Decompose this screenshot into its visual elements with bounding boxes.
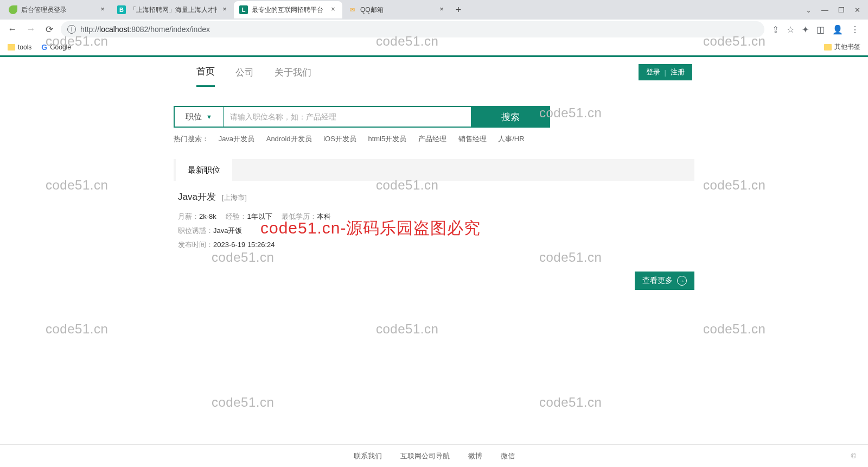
chevron-down-icon[interactable]: ⌄ (806, 6, 812, 14)
footer-wechat[interactable]: 微信 (501, 451, 515, 461)
bookmark-bar: tools GGoogle 其他书签 (0, 39, 868, 55)
browser-tab-3[interactable]: ✉ QQ邮箱 × (342, 1, 451, 18)
divider: | (665, 68, 666, 77)
folder-icon (8, 44, 15, 51)
hot-search-row: 热门搜索： Java开发员 Android开发员 iOS开发员 html5开发员… (174, 134, 694, 144)
close-icon[interactable]: × (99, 6, 106, 14)
minimize-icon[interactable]: — (821, 6, 828, 14)
hot-link[interactable]: 销售经理 (458, 135, 487, 143)
watermark: code51.cn (46, 321, 108, 337)
bookmark-other[interactable]: 其他书签 (824, 42, 860, 52)
auth-box: 登录 | 注册 (639, 64, 692, 80)
search-type-select[interactable]: 职位 ▼ (175, 107, 224, 127)
browser-tab-0[interactable]: 后台管理员登录 × (3, 1, 112, 18)
temptation-value: Java开饭 (213, 226, 242, 235)
tab-title: 后台管理员登录 (21, 5, 95, 15)
toolbar-icons: ⇪ ☆ ✦ ◫ 👤 ⋮ (769, 24, 863, 35)
page-footer: 联系我们 互联网公司导航 微博 微信 © (0, 444, 868, 467)
job-temptation-row: 职位诱惑：Java开饭 (178, 226, 690, 236)
search-input[interactable] (224, 107, 471, 127)
bookmark-google[interactable]: GGoogle (41, 43, 71, 52)
hot-link[interactable]: 人事/HR (498, 135, 524, 143)
watermark: code51.cn (376, 321, 438, 337)
pubtime-value: 2023-6-19 15:26:24 (213, 241, 275, 249)
edu-value: 本科 (317, 212, 331, 220)
menu-icon[interactable]: ⋮ (851, 24, 859, 35)
browser-chrome: 后台管理员登录 × B 「上海招聘网」海量上海人才招聘 × L 最专业的互联网招… (0, 0, 868, 55)
hot-label: 热门搜索： (174, 135, 209, 143)
more-row: 查看更多 → (174, 272, 694, 290)
window-controls: ⌄ — ❐ ✕ (806, 6, 868, 14)
star-icon[interactable]: ☆ (787, 24, 794, 35)
hot-link[interactable]: 产品经理 (418, 135, 446, 143)
pubtime-label: 发布时间： (178, 241, 213, 249)
register-link[interactable]: 注册 (671, 67, 685, 77)
select-label: 职位 (186, 112, 202, 122)
hot-link[interactable]: html5开发员 (368, 135, 406, 143)
close-icon[interactable]: × (221, 6, 228, 14)
job-pubtime-row: 发布时间：2023-6-19 15:26:24 (178, 240, 690, 250)
watermark: code51.cn (539, 395, 602, 410)
profile-icon[interactable]: 👤 (832, 24, 843, 35)
google-icon: G (41, 43, 47, 52)
nav-company[interactable]: 公司 (235, 59, 254, 86)
watermark: code51.cn (703, 178, 765, 193)
view-more-button[interactable]: 查看更多 → (635, 272, 694, 290)
footer-nav[interactable]: 互联网公司导航 (400, 451, 450, 461)
copyright: © (851, 452, 856, 460)
reload-button[interactable]: ⟳ (42, 22, 56, 36)
tab-title: 最专业的互联网招聘平台 (252, 5, 326, 15)
close-icon[interactable]: × (329, 6, 337, 14)
main-nav: 首页 公司 关于我们 登录 | 注册 (0, 57, 868, 87)
job-card: Java开发 [上海市] 月薪：2k-8k 经验：1年以下 最低学历：本科 职位… (174, 181, 694, 250)
exp-label: 经验： (226, 212, 247, 220)
new-tab-button[interactable]: + (451, 4, 466, 16)
job-location: [上海市] (222, 193, 247, 201)
tab-latest-jobs[interactable]: 最新职位 (176, 159, 232, 181)
nav-home[interactable]: 首页 (196, 58, 215, 87)
extensions-icon[interactable]: ✦ (802, 24, 809, 35)
edu-label: 最低学历： (282, 212, 317, 220)
search-button[interactable]: 搜索 (471, 106, 550, 128)
watermark: code51.cn (46, 178, 108, 193)
close-icon[interactable]: × (438, 6, 445, 14)
watermark: code51.cn (703, 321, 765, 337)
nav-about[interactable]: 关于我们 (275, 59, 311, 86)
back-button[interactable]: ← (5, 22, 20, 36)
footer-weibo[interactable]: 微博 (468, 451, 482, 461)
footer-contact[interactable]: 联系我们 (354, 451, 382, 461)
folder-icon (824, 44, 832, 51)
address-bar[interactable]: i http://localhost:8082/home/index/index (61, 21, 764, 37)
leaf-icon (9, 5, 17, 14)
exp-value: 1年以下 (247, 212, 272, 220)
close-window-icon[interactable]: ✕ (854, 6, 860, 14)
hot-link[interactable]: Java开发员 (219, 135, 254, 143)
caret-down-icon: ▼ (206, 113, 212, 120)
site-info-icon[interactable]: i (67, 25, 76, 34)
sidepanel-icon[interactable]: ◫ (816, 24, 825, 35)
page-content: 首页 公司 关于我们 登录 | 注册 职位 ▼ 搜索 热门搜索： Java开发员… (0, 55, 868, 290)
arrow-right-icon: → (677, 276, 687, 286)
browser-tab-2[interactable]: L 最专业的互联网招聘平台 × (234, 1, 342, 18)
browser-tab-1[interactable]: B 「上海招聘网」海量上海人才招聘 × (112, 1, 234, 18)
address-row: ← → ⟳ i http://localhost:8082/home/index… (0, 20, 868, 39)
watermark: code51.cn (212, 395, 274, 410)
search-bar: 职位 ▼ 搜索 (174, 106, 550, 128)
forward-button[interactable]: → (24, 22, 38, 36)
bookmark-tools[interactable]: tools (8, 43, 31, 51)
hot-link[interactable]: iOS开发员 (323, 135, 356, 143)
job-title[interactable]: Java开发 (178, 192, 216, 202)
section-tabs: 最新职位 (174, 159, 694, 181)
job-title-row: Java开发 [上海市] (178, 191, 690, 203)
tab-title: 「上海招聘网」海量上海人才招聘 (130, 5, 217, 15)
site-icon: L (239, 5, 248, 14)
site-icon: B (117, 5, 126, 14)
temptation-label: 职位诱惑： (178, 226, 213, 235)
maximize-icon[interactable]: ❐ (838, 6, 845, 14)
more-label: 查看更多 (642, 276, 673, 286)
login-link[interactable]: 登录 (646, 67, 660, 77)
job-meta-row: 月薪：2k-8k 经验：1年以下 最低学历：本科 (178, 212, 690, 222)
salary-label: 月薪： (178, 212, 199, 220)
hot-link[interactable]: Android开发员 (266, 135, 312, 143)
share-icon[interactable]: ⇪ (772, 24, 779, 35)
